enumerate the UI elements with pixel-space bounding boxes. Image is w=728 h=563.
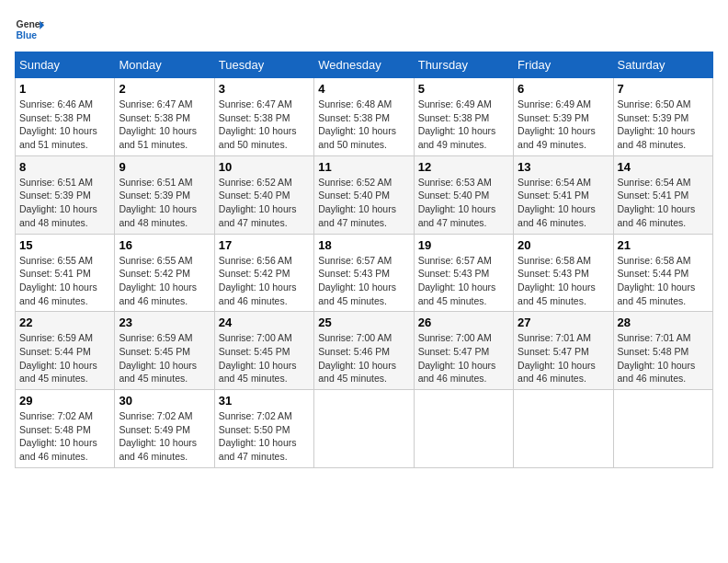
logo-icon: General Blue	[15, 15, 44, 44]
cell-details: Sunrise: 7:02 AM Sunset: 5:49 PM Dayligh…	[119, 409, 210, 464]
day-number: 13	[518, 160, 609, 174]
day-number: 3	[219, 82, 310, 96]
calendar-week-row: 15Sunrise: 6:55 AM Sunset: 5:41 PM Dayli…	[16, 234, 713, 312]
day-number: 25	[318, 316, 409, 329]
day-number: 7	[618, 82, 709, 96]
calendar-cell: 8Sunrise: 6:51 AM Sunset: 5:39 PM Daylig…	[16, 155, 115, 234]
calendar-cell: 31Sunrise: 7:02 AM Sunset: 5:50 PM Dayli…	[214, 390, 313, 468]
day-number: 1	[19, 82, 110, 96]
cell-details: Sunrise: 6:55 AM Sunset: 5:41 PM Dayligh…	[19, 254, 110, 308]
calendar-cell	[613, 390, 712, 468]
cell-details: Sunrise: 7:00 AM Sunset: 5:47 PM Dayligh…	[418, 331, 509, 385]
day-number: 31	[219, 394, 310, 408]
day-number: 6	[518, 82, 609, 96]
calendar-week-row: 29Sunrise: 7:02 AM Sunset: 5:48 PM Dayli…	[16, 390, 713, 468]
calendar-week-row: 8Sunrise: 6:51 AM Sunset: 5:39 PM Daylig…	[16, 155, 713, 234]
day-number: 17	[219, 238, 310, 252]
cell-details: Sunrise: 6:51 AM Sunset: 5:39 PM Dayligh…	[119, 176, 210, 230]
calendar-cell: 25Sunrise: 7:00 AM Sunset: 5:46 PM Dayli…	[314, 312, 414, 390]
calendar-cell: 6Sunrise: 6:49 AM Sunset: 5:39 PM Daylig…	[514, 78, 613, 156]
cell-details: Sunrise: 6:59 AM Sunset: 5:45 PM Dayligh…	[119, 331, 210, 385]
day-number: 29	[19, 394, 110, 408]
calendar-week-row: 1Sunrise: 6:46 AM Sunset: 5:38 PM Daylig…	[16, 78, 713, 156]
cell-details: Sunrise: 6:52 AM Sunset: 5:40 PM Dayligh…	[318, 176, 409, 230]
cell-details: Sunrise: 6:57 AM Sunset: 5:43 PM Dayligh…	[318, 254, 409, 308]
calendar-cell: 18Sunrise: 6:57 AM Sunset: 5:43 PM Dayli…	[314, 234, 414, 312]
day-number: 5	[418, 82, 509, 96]
calendar-cell: 27Sunrise: 7:01 AM Sunset: 5:47 PM Dayli…	[514, 312, 613, 390]
day-number: 20	[518, 238, 609, 252]
day-number: 4	[318, 82, 409, 96]
calendar-cell: 10Sunrise: 6:52 AM Sunset: 5:40 PM Dayli…	[214, 155, 313, 234]
day-number: 18	[318, 238, 409, 252]
day-number: 11	[318, 160, 409, 174]
day-number: 9	[119, 160, 210, 174]
calendar-cell: 22Sunrise: 6:59 AM Sunset: 5:44 PM Dayli…	[16, 312, 115, 390]
cell-details: Sunrise: 6:46 AM Sunset: 5:38 PM Dayligh…	[19, 98, 110, 152]
cell-details: Sunrise: 6:58 AM Sunset: 5:44 PM Dayligh…	[618, 254, 709, 308]
page-header: General Blue	[15, 15, 713, 44]
cell-details: Sunrise: 7:01 AM Sunset: 5:48 PM Dayligh…	[618, 331, 709, 385]
calendar-cell: 19Sunrise: 6:57 AM Sunset: 5:43 PM Dayli…	[414, 234, 513, 312]
day-number: 23	[119, 316, 210, 329]
cell-details: Sunrise: 6:55 AM Sunset: 5:42 PM Dayligh…	[119, 254, 210, 308]
day-number: 19	[418, 238, 509, 252]
cell-details: Sunrise: 6:54 AM Sunset: 5:41 PM Dayligh…	[518, 176, 609, 230]
calendar-cell: 23Sunrise: 6:59 AM Sunset: 5:45 PM Dayli…	[115, 312, 214, 390]
day-header-sunday: Sunday	[16, 52, 115, 78]
calendar-cell: 30Sunrise: 7:02 AM Sunset: 5:49 PM Dayli…	[115, 390, 214, 468]
cell-details: Sunrise: 7:00 AM Sunset: 5:45 PM Dayligh…	[219, 331, 310, 385]
day-number: 14	[618, 160, 709, 174]
calendar-cell: 16Sunrise: 6:55 AM Sunset: 5:42 PM Dayli…	[115, 234, 214, 312]
cell-details: Sunrise: 6:57 AM Sunset: 5:43 PM Dayligh…	[418, 254, 509, 308]
day-header-wednesday: Wednesday	[314, 52, 414, 78]
day-number: 16	[119, 238, 210, 252]
cell-details: Sunrise: 6:48 AM Sunset: 5:38 PM Dayligh…	[318, 98, 409, 152]
calendar-cell	[414, 390, 513, 468]
calendar-cell: 13Sunrise: 6:54 AM Sunset: 5:41 PM Dayli…	[514, 155, 613, 234]
logo: General Blue	[15, 15, 44, 44]
calendar-cell: 3Sunrise: 6:47 AM Sunset: 5:38 PM Daylig…	[214, 78, 313, 156]
calendar-cell: 24Sunrise: 7:00 AM Sunset: 5:45 PM Dayli…	[214, 312, 313, 390]
calendar-cell: 5Sunrise: 6:49 AM Sunset: 5:38 PM Daylig…	[414, 78, 513, 156]
calendar-cell	[514, 390, 613, 468]
cell-details: Sunrise: 6:47 AM Sunset: 5:38 PM Dayligh…	[119, 98, 210, 152]
calendar-cell: 26Sunrise: 7:00 AM Sunset: 5:47 PM Dayli…	[414, 312, 513, 390]
calendar-cell: 12Sunrise: 6:53 AM Sunset: 5:40 PM Dayli…	[414, 155, 513, 234]
day-header-saturday: Saturday	[613, 52, 712, 78]
cell-details: Sunrise: 6:54 AM Sunset: 5:41 PM Dayligh…	[618, 176, 709, 230]
day-number: 12	[418, 160, 509, 174]
calendar-cell	[314, 390, 414, 468]
cell-details: Sunrise: 6:53 AM Sunset: 5:40 PM Dayligh…	[418, 176, 509, 230]
cell-details: Sunrise: 6:52 AM Sunset: 5:40 PM Dayligh…	[219, 176, 310, 230]
day-header-thursday: Thursday	[414, 52, 513, 78]
day-number: 30	[119, 394, 210, 408]
day-header-tuesday: Tuesday	[214, 52, 313, 78]
cell-details: Sunrise: 7:00 AM Sunset: 5:46 PM Dayligh…	[318, 331, 409, 385]
cell-details: Sunrise: 6:49 AM Sunset: 5:39 PM Dayligh…	[518, 98, 609, 152]
day-number: 22	[19, 316, 110, 329]
svg-text:Blue: Blue	[17, 30, 38, 40]
calendar-cell: 1Sunrise: 6:46 AM Sunset: 5:38 PM Daylig…	[16, 78, 115, 156]
day-number: 28	[618, 316, 709, 329]
calendar-week-row: 22Sunrise: 6:59 AM Sunset: 5:44 PM Dayli…	[16, 312, 713, 390]
cell-details: Sunrise: 6:56 AM Sunset: 5:42 PM Dayligh…	[219, 254, 310, 308]
day-header-friday: Friday	[514, 52, 613, 78]
day-number: 2	[119, 82, 210, 96]
calendar-cell: 7Sunrise: 6:50 AM Sunset: 5:39 PM Daylig…	[613, 78, 712, 156]
cell-details: Sunrise: 7:02 AM Sunset: 5:50 PM Dayligh…	[219, 409, 310, 464]
calendar-cell: 14Sunrise: 6:54 AM Sunset: 5:41 PM Dayli…	[613, 155, 712, 234]
day-header-monday: Monday	[115, 52, 214, 78]
calendar-cell: 17Sunrise: 6:56 AM Sunset: 5:42 PM Dayli…	[214, 234, 313, 312]
day-number: 10	[219, 160, 310, 174]
calendar-cell: 2Sunrise: 6:47 AM Sunset: 5:38 PM Daylig…	[115, 78, 214, 156]
day-number: 26	[418, 316, 509, 329]
calendar-header-row: SundayMondayTuesdayWednesdayThursdayFrid…	[16, 52, 713, 78]
calendar-table: SundayMondayTuesdayWednesdayThursdayFrid…	[15, 52, 713, 468]
cell-details: Sunrise: 7:01 AM Sunset: 5:47 PM Dayligh…	[518, 331, 609, 385]
cell-details: Sunrise: 6:58 AM Sunset: 5:43 PM Dayligh…	[518, 254, 609, 308]
cell-details: Sunrise: 6:51 AM Sunset: 5:39 PM Dayligh…	[19, 176, 110, 230]
calendar-cell: 20Sunrise: 6:58 AM Sunset: 5:43 PM Dayli…	[514, 234, 613, 312]
calendar-cell: 4Sunrise: 6:48 AM Sunset: 5:38 PM Daylig…	[314, 78, 414, 156]
cell-details: Sunrise: 6:50 AM Sunset: 5:39 PM Dayligh…	[618, 98, 709, 152]
